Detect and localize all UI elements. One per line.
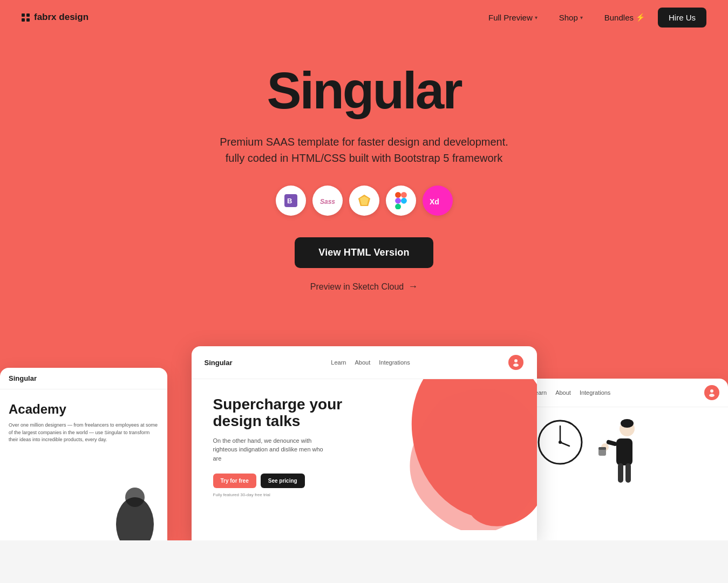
svg-point-10: [401, 198, 407, 204]
svg-rect-9: [395, 204, 401, 209]
mockup-center-logo: Singular: [205, 359, 233, 367]
brand-name: fabrx design: [34, 12, 89, 23]
mockup-left-desc: Over one million designers — from freela…: [9, 422, 159, 444]
mockup-left-logo: Singular: [9, 374, 37, 382]
lightning-icon: ⚡: [636, 13, 645, 22]
mockup-pricing-button[interactable]: See pricing: [261, 474, 305, 488]
mockup-left: Singular Academy Over one million design…: [0, 368, 167, 540]
mockup-center: Singular Learn About Integrations Superc…: [192, 346, 537, 540]
bootstrap-icon: B: [276, 186, 306, 216]
sketch-cloud-link[interactable]: Preview in Sketch Cloud →: [310, 281, 418, 292]
mockup-free-trial-text: Fully featured 30-day free trial: [213, 492, 524, 497]
sass-icon: Sass: [312, 186, 343, 216]
mockup-center-hero: Supercharge your design talks On the oth…: [192, 379, 537, 530]
svg-rect-29: [625, 463, 631, 483]
tech-icons-row: B Sass: [276, 186, 453, 216]
hero-subtitle: Premium SAAS template for faster design …: [220, 134, 508, 166]
arrow-right-icon: →: [408, 281, 418, 292]
nav-links: Full Preview ▾ Shop ▾ Bundles ⚡ Hire Us: [480, 8, 706, 28]
mockup-center-buttons: Try for free See pricing: [213, 474, 524, 488]
svg-rect-6: [395, 192, 401, 198]
mockup-left-navbar: Singular: [0, 368, 167, 389]
svg-rect-33: [598, 447, 606, 450]
mockup-right-content: [523, 407, 728, 496]
mockup-center-content: Supercharge your design talks On the oth…: [192, 379, 537, 530]
mockup-center-nav-links: Learn About Integrations: [331, 359, 410, 366]
mockup-right-nav-links: Learn About Integrations: [532, 389, 610, 396]
svg-text:Sass: Sass: [320, 198, 335, 205]
svg-rect-28: [618, 463, 623, 483]
clock-illustration: [536, 418, 584, 467]
hero-title: Singular: [267, 65, 461, 116]
mockup-left-title: Academy: [9, 402, 159, 416]
svg-point-19: [710, 389, 713, 393]
svg-point-13: [116, 497, 154, 540]
mockup-right: Learn About Integrations: [523, 379, 728, 540]
svg-text:Xd: Xd: [430, 197, 439, 206]
figma-icon: [386, 186, 416, 216]
brand-logo[interactable]: fabrx design: [22, 12, 89, 23]
preview-section: Singular Academy Over one million design…: [0, 325, 728, 540]
chevron-down-icon: ▾: [580, 15, 583, 20]
svg-point-15: [514, 359, 518, 362]
chevron-down-icon: ▾: [535, 15, 538, 20]
mockup-left-content: Academy Over one million designers — fro…: [0, 389, 167, 457]
nav-shop[interactable]: Shop ▾: [550, 9, 591, 26]
navbar: fabrx design Full Preview ▾ Shop ▾ Bundl…: [0, 0, 728, 35]
nav-full-preview[interactable]: Full Preview ▾: [480, 9, 546, 26]
mockup-avatar: [508, 355, 523, 370]
svg-rect-8: [395, 198, 401, 204]
mockup-right-navbar: Learn About Integrations: [523, 379, 728, 407]
svg-point-16: [513, 363, 519, 367]
logo-grid-icon: [22, 13, 30, 22]
svg-rect-7: [401, 192, 407, 198]
left-blob-decoration: [113, 476, 157, 540]
view-html-button[interactable]: View HTML Version: [295, 237, 433, 268]
hero-section: Singular Premium SAAS template for faste…: [0, 0, 728, 540]
person-illustration: [597, 418, 641, 485]
svg-point-24: [559, 441, 562, 444]
svg-rect-27: [616, 438, 632, 465]
svg-point-26: [621, 419, 634, 428]
mockup-try-button[interactable]: Try for free: [213, 474, 256, 488]
svg-text:B: B: [287, 197, 292, 205]
nav-bundles[interactable]: Bundles ⚡: [596, 9, 654, 26]
sketch-icon: [349, 186, 379, 216]
mockup-center-desc: On the other hand, we denounce with righ…: [213, 436, 332, 463]
mockup-center-navbar: Singular Learn About Integrations: [192, 346, 537, 379]
svg-point-14: [125, 488, 145, 507]
mockup-container: Singular Academy Over one million design…: [0, 335, 728, 540]
mockup-right-avatar: [704, 385, 719, 400]
svg-point-20: [709, 394, 715, 397]
mockup-center-title: Supercharge your design talks: [213, 396, 524, 430]
xd-icon: Xd: [423, 186, 453, 216]
nav-hire-us[interactable]: Hire Us: [658, 8, 706, 28]
